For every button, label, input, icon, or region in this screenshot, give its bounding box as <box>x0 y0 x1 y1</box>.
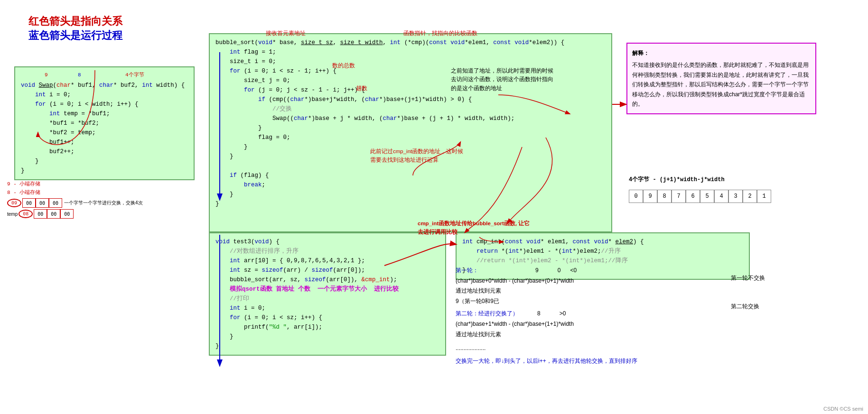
arr-cell-9: 9 <box>643 190 657 203</box>
array-display: 0 9 8 7 6 5 4 3 2 1 <box>629 190 771 203</box>
bubble-code-pre: bubble_sort(void* base, size_t sz, size_… <box>215 38 606 209</box>
explain-content: 不知道接收到的是什么类型的函数，那此时就犯难了，不知道到底是用何种强制类型转换，… <box>632 60 811 109</box>
round1-val: 9（第一轮0和9已 <box>456 296 721 307</box>
round1-note: 通过地址找到元素 <box>456 286 721 296</box>
title-line2: 蓝色箭头是运行过程 <box>28 28 122 43</box>
addr-known-label: 之前知道了地址，所以此时需要用的时候去访问这个函数，说明这个函数指针指向的是这个… <box>451 66 555 92</box>
round1-detail: (char*)base+0*width - (char*)base+(0+1)*… <box>456 276 721 286</box>
byte-08: 08 <box>19 210 33 218</box>
arr-cell-8: 8 <box>657 190 672 203</box>
byte-00-6: 00 <box>60 209 74 219</box>
total-num-label: 数的总数 <box>332 62 355 70</box>
round1-title: 第一轮：90<0 <box>456 266 721 276</box>
arr-cell-0: 0 <box>629 190 643 203</box>
bubble-code-box: bubble_sort(void* base, size_t sz, size_… <box>209 33 612 232</box>
temp-label: temp <box>7 212 18 217</box>
byte-00-1: 00 <box>22 198 36 208</box>
bottom-explain: 第一轮：90<0 (char*)base+0*width - (char*)ba… <box>456 266 721 366</box>
test3-code-box: void test3(void) { //对数组进行排序，升序 int arr[… <box>209 232 446 356</box>
explain-box: 解释： 不知道接收到的是什么类型的函数，那此时就犯难了，不知道到底是用何种强制类… <box>626 43 816 114</box>
formula-label: 4个字节 - (j+1)*width-j*width <box>629 175 725 184</box>
arr-cell-2: 2 <box>743 190 757 203</box>
byte-00-5: 00 <box>47 209 60 219</box>
title-area: 红色箭头是指向关系 蓝色箭头是运行过程 <box>28 14 122 43</box>
swap-code-pre: void Swap(char* buf1, char* buf2, int wi… <box>21 81 188 175</box>
arr-cell-7: 7 <box>672 190 686 203</box>
memory-row1: 09 00 00 00 一个字节一个字节进行交换，交换4次 <box>7 198 143 208</box>
explain-title: 解释： <box>632 48 811 58</box>
eight-small-label: 8 - 小端存储 <box>7 189 143 196</box>
nine-small-label: 9 - 小端存储 <box>7 180 143 187</box>
round1-no-swap: 第一轮不交换 <box>731 274 765 282</box>
swap-note-label: 一个字节一个字节进行交换，交换4次 <box>64 200 143 206</box>
swap-code-box: 9 8 4个字节 void Swap(char* buf1, char* buf… <box>14 66 195 180</box>
arr-cell-1: 1 <box>757 190 771 203</box>
arr-cell-3: 3 <box>728 190 743 203</box>
round2-detail: (char*)base+1*width - (char*)base+(1+1)*… <box>456 319 721 330</box>
cmpint-addr-label: 此前记过cmp_int函数的地址，这时候需要去找到这地址进行运算 <box>370 147 465 165</box>
test3-code-pre: void test3(void) { //对数组进行排序，升序 int arr[… <box>215 237 439 351</box>
arr-cell-6: 6 <box>686 190 700 203</box>
memory-row2: temp 08 00 00 00 <box>7 209 143 219</box>
byte-00-3: 00 <box>49 198 62 208</box>
arr-num-label: 趟数 <box>356 84 367 92</box>
round2-note: 通过地址找到元素 <box>456 330 721 340</box>
num8-label: 8 <box>78 71 81 80</box>
byte-00-2: 00 <box>36 198 49 208</box>
round2-swap: 第二轮交换 <box>731 303 759 311</box>
num9-label: 9 <box>45 71 48 80</box>
dots-label: ................... <box>456 343 721 354</box>
recv-addr-label: 接收首元素地址 <box>266 29 306 37</box>
memory-diagram: 9 - 小端存储 8 - 小端存储 09 00 00 00 一个字节一个字节进行… <box>7 180 143 219</box>
func-ptr-label: 函数指针，找指向的比较函数 <box>403 29 477 37</box>
round2-title: 第二轮：经进行交换了）8>0 <box>456 309 721 319</box>
final-note: 交换完一大轮，即↓到头了，以后i++，再去进行其他轮交换，直到排好序 <box>456 356 721 367</box>
title-line1: 红色箭头是指向关系 <box>28 14 122 28</box>
csdn-footer: CSDN ©CS semi <box>823 406 863 412</box>
byte-00-4: 00 <box>34 209 47 219</box>
arr-cell-5: 5 <box>700 190 714 203</box>
num4bytes-label: 4个字节 <box>125 71 144 80</box>
byte-09: 09 <box>7 199 21 207</box>
arr-cell-4: 4 <box>714 190 728 203</box>
cmpint-pass-label: cmp_int函数地址传给bubble_sort函数, 让它去进行调用比较 <box>418 219 532 237</box>
